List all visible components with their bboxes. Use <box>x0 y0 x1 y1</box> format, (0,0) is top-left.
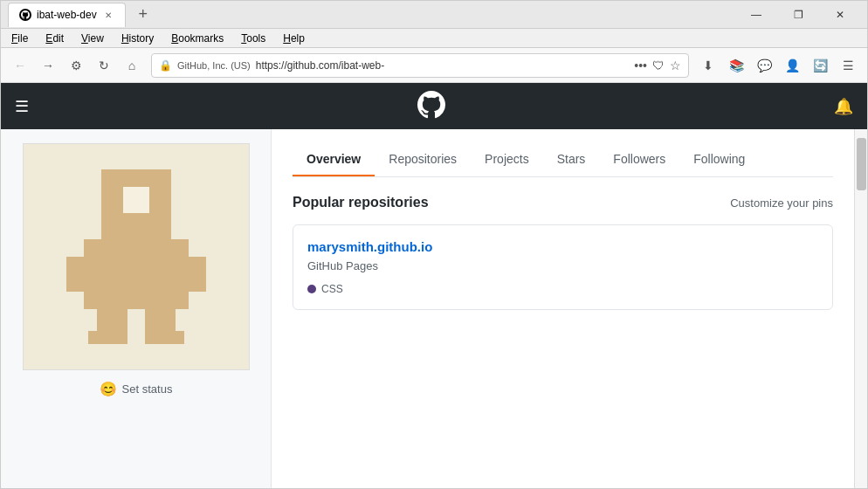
profile-status[interactable]: 😊 Set status <box>100 381 173 397</box>
address-bar[interactable]: 🔒 GitHub, Inc. (US) https://github.com/i… <box>151 53 689 78</box>
tab-overview[interactable]: Overview <box>293 143 375 176</box>
title-bar-left: ibat-web-dev ✕ + <box>8 3 154 27</box>
menu-file[interactable]: File <box>4 31 35 46</box>
pixel-art-avatar <box>49 161 224 353</box>
sync-button[interactable]: 💬 <box>752 53 776 78</box>
library-button[interactable]: 📚 <box>724 53 748 78</box>
download-button[interactable]: ⬇ <box>696 53 720 78</box>
svg-rect-3 <box>66 257 84 292</box>
menu-tools[interactable]: Tools <box>234 31 272 46</box>
language-color-dot <box>307 285 316 293</box>
title-bar: ibat-web-dev ✕ + — ❐ ✕ <box>1 1 867 29</box>
maximize-button[interactable]: ❐ <box>778 1 818 29</box>
new-tab-button[interactable]: + <box>133 4 154 25</box>
minimize-button[interactable]: — <box>736 1 776 29</box>
lock-icon: 🔒 <box>159 59 172 72</box>
github-wrapper: ☰ 🔔 <box>1 83 867 488</box>
profile-sidebar: 😊 Set status <box>1 129 272 488</box>
set-status-label: Set status <box>122 382 173 396</box>
section-title: Popular repositories <box>293 195 429 210</box>
svg-rect-4 <box>189 257 206 292</box>
tab-title: ibat-web-dev <box>37 9 97 21</box>
back-button[interactable]: ← <box>8 53 32 78</box>
browser-window: ibat-web-dev ✕ + — ❐ ✕ File Edit View Hi… <box>0 0 868 489</box>
menu-bookmarks[interactable]: Bookmarks <box>164 31 231 46</box>
refresh-button[interactable]: ↻ <box>92 53 116 78</box>
main-content: Overview Repositories Projects Stars Fol… <box>272 129 854 488</box>
menu-bar: File Edit View History Bookmarks Tools H… <box>1 29 867 48</box>
tab-following[interactable]: Following <box>679 143 759 176</box>
status-emoji-icon: 😊 <box>100 381 117 397</box>
settings-button[interactable]: ⚙ <box>64 53 88 78</box>
star-icon[interactable]: ☆ <box>670 59 681 72</box>
profile-button[interactable]: 👤 <box>780 53 804 78</box>
repo-language: CSS <box>307 283 818 295</box>
profile-nav: Overview Repositories Projects Stars Fol… <box>293 143 833 177</box>
scrollbar-thumb[interactable] <box>857 138 866 190</box>
menu-history[interactable]: History <box>114 31 161 46</box>
forward-button[interactable]: → <box>36 53 60 78</box>
refresh2-button[interactable]: 🔄 <box>808 53 832 78</box>
avatar-container <box>23 143 250 370</box>
window-controls: — ❐ ✕ <box>736 1 860 29</box>
repo-description: GitHub Pages <box>307 259 818 272</box>
nav-extras: ⬇ 📚 💬 👤 🔄 ☰ <box>696 53 860 78</box>
home-button[interactable]: ⌂ <box>120 53 144 78</box>
github-logo[interactable] <box>417 91 445 121</box>
menu-dots-button[interactable]: ☰ <box>836 53 860 78</box>
shield-icon[interactable]: 🛡 <box>652 59 665 72</box>
tab-close-button[interactable]: ✕ <box>102 9 114 21</box>
security-org: GitHub, Inc. (US) <box>177 60 251 71</box>
repo-link[interactable]: marysmith.github.io <box>307 239 432 254</box>
language-label: CSS <box>321 283 343 295</box>
address-actions: ••• 🛡 ☆ <box>634 59 681 72</box>
tab-repositories[interactable]: Repositories <box>375 143 471 176</box>
menu-edit[interactable]: Edit <box>38 31 71 46</box>
tab-followers[interactable]: Followers <box>599 143 679 176</box>
browser-tab[interactable]: ibat-web-dev ✕ <box>8 3 126 27</box>
svg-rect-8 <box>145 331 184 344</box>
repo-card: marysmith.github.io GitHub Pages CSS <box>293 224 833 310</box>
tab-stars[interactable]: Stars <box>543 143 600 176</box>
customize-pins-link[interactable]: Customize your pins <box>730 196 833 210</box>
nav-bar: ← → ⚙ ↻ ⌂ 🔒 GitHub, Inc. (US) https://gi… <box>1 48 867 83</box>
close-button[interactable]: ✕ <box>820 1 860 29</box>
github-header: ☰ 🔔 <box>1 83 867 129</box>
svg-rect-1 <box>123 187 149 213</box>
svg-rect-7 <box>88 331 127 344</box>
more-icon[interactable]: ••• <box>634 59 647 72</box>
svg-rect-2 <box>84 239 189 309</box>
section-header: Popular repositories Customize your pins <box>293 195 833 210</box>
tab-projects[interactable]: Projects <box>471 143 543 176</box>
bell-icon[interactable]: 🔔 <box>834 97 853 116</box>
tab-favicon <box>19 9 31 21</box>
menu-view[interactable]: View <box>74 31 111 46</box>
url-text: https://github.com/ibat-web- <box>256 59 630 72</box>
menu-help[interactable]: Help <box>276 31 312 46</box>
hamburger-icon[interactable]: ☰ <box>15 97 29 116</box>
scrollbar[interactable] <box>854 129 867 488</box>
